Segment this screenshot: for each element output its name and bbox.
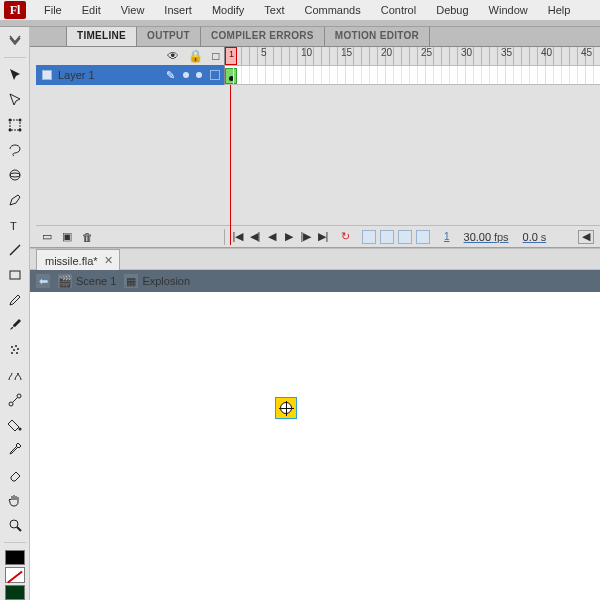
playhead-line [230, 85, 231, 245]
stroke-color-swatch[interactable] [5, 550, 25, 565]
panel-tab-motion-editor[interactable]: MOTION EDITOR [324, 27, 430, 46]
hand-tool[interactable] [3, 489, 27, 512]
lock-icon[interactable]: 🔒 [188, 49, 203, 63]
text-tool[interactable]: T [3, 213, 27, 236]
menu-edit[interactable]: Edit [72, 2, 111, 18]
back-arrow-button[interactable]: ⬅ [36, 274, 50, 288]
svg-point-4 [18, 128, 21, 131]
panel-tab-output[interactable]: OUTPUT [136, 27, 201, 46]
svg-point-15 [16, 352, 18, 354]
loop-button[interactable]: ↻ [338, 230, 352, 244]
free-transform-tool[interactable] [3, 113, 27, 136]
3d-rotation-tool[interactable] [3, 163, 27, 186]
zoom-tool[interactable] [3, 514, 27, 537]
paint-bucket-tool[interactable] [3, 414, 27, 437]
scroll-right-button[interactable]: ◀ [578, 230, 594, 244]
collapse-icon[interactable] [3, 29, 27, 52]
layer-outline-toggle[interactable] [210, 70, 220, 80]
eyedropper-tool[interactable] [3, 439, 27, 462]
current-frame-readout[interactable]: 1 [444, 231, 450, 242]
eraser-tool[interactable] [3, 464, 27, 487]
edit-scene-bar: ⬅ 🎬 Scene 1 ▦ Explosion [30, 270, 600, 292]
fill-color-swatch[interactable] [5, 585, 25, 600]
svg-point-20 [10, 520, 18, 528]
bone-tool[interactable] [3, 389, 27, 412]
deco-tool[interactable] [3, 364, 27, 387]
menu-control[interactable]: Control [371, 2, 426, 18]
lasso-tool[interactable] [3, 138, 27, 161]
document-tab[interactable]: missile.fla* ✕ [36, 249, 120, 270]
subselection-tool[interactable] [3, 88, 27, 111]
document-filename: missile.fla* [45, 255, 98, 267]
symbol-instance[interactable] [275, 397, 297, 419]
play-button[interactable]: ▶ [282, 230, 296, 244]
panel-tab-compiler-errors[interactable]: COMPILER ERRORS [200, 27, 325, 46]
svg-point-19 [18, 428, 21, 431]
delete-layer-button[interactable]: 🗑 [80, 230, 94, 244]
panel-tab-timeline[interactable]: TIMELINE [66, 27, 137, 46]
pencil-tool[interactable] [3, 289, 27, 312]
step-back-button[interactable]: ◀| [248, 230, 262, 244]
timeline-panel: 👁 🔒 □ 51015202530354045 1 Layer 1 [30, 47, 600, 248]
timeline-ruler[interactable]: 51015202530354045 1 [224, 47, 600, 65]
no-stroke-swatch[interactable] [5, 567, 25, 582]
new-layer-button[interactable]: ▭ [40, 230, 54, 244]
menu-text[interactable]: Text [254, 2, 294, 18]
menu-window[interactable]: Window [479, 2, 538, 18]
rectangle-tool[interactable] [3, 263, 27, 286]
panel-tab-bar: TIMELINEOUTPUTCOMPILER ERRORSMOTION EDIT… [30, 27, 600, 47]
menu-file[interactable]: File [34, 2, 72, 18]
svg-line-21 [17, 527, 21, 531]
menu-modify[interactable]: Modify [202, 2, 254, 18]
menu-view[interactable]: View [111, 2, 155, 18]
layer-lock-dot[interactable] [196, 72, 202, 78]
svg-rect-9 [10, 271, 20, 279]
document-tab-bar: missile.fla* ✕ [30, 248, 600, 270]
svg-point-5 [10, 170, 20, 180]
svg-point-6 [10, 173, 20, 177]
svg-point-10 [11, 346, 13, 348]
play-back-button[interactable]: ◀ [265, 230, 279, 244]
svg-point-13 [17, 348, 19, 350]
elapsed-readout[interactable]: 0.0 s [523, 231, 547, 243]
fps-readout[interactable]: 30.00 fps [464, 231, 509, 243]
svg-point-14 [11, 352, 13, 354]
breadcrumb-scene-label: Scene 1 [76, 275, 116, 287]
keyframe[interactable] [225, 68, 237, 84]
onion-skin-buttons[interactable] [362, 230, 430, 244]
playhead-marker[interactable]: 1 [225, 47, 237, 65]
frames-track[interactable] [224, 65, 600, 85]
svg-point-17 [17, 394, 21, 398]
svg-rect-0 [10, 120, 20, 130]
line-tool[interactable] [3, 238, 27, 261]
svg-point-11 [15, 345, 17, 347]
selection-tool[interactable] [3, 63, 27, 86]
menu-debug[interactable]: Debug [426, 2, 478, 18]
app-logo: Fl [4, 1, 26, 19]
menu-insert[interactable]: Insert [154, 2, 202, 18]
breadcrumb-scene[interactable]: 🎬 Scene 1 [58, 274, 116, 288]
registration-point-icon [280, 402, 292, 414]
layer-visible-dot[interactable] [183, 72, 189, 78]
visibility-icon[interactable]: 👁 [167, 49, 179, 63]
brush-tool[interactable] [3, 314, 27, 337]
menu-bar: Fl FileEditViewInsertModifyTextCommandsC… [0, 0, 600, 21]
breadcrumb-symbol[interactable]: ▦ Explosion [124, 274, 190, 288]
svg-point-16 [9, 402, 13, 406]
stage[interactable] [30, 292, 600, 600]
layer-name-cell[interactable]: Layer 1 [36, 65, 162, 85]
new-folder-button[interactable]: ▣ [60, 230, 74, 244]
layer-row[interactable]: Layer 1 ✎ [36, 65, 600, 85]
goto-last-button[interactable]: ▶| [316, 230, 330, 244]
tools-panel: T [0, 27, 30, 600]
goto-first-button[interactable]: |◀ [231, 230, 245, 244]
svg-text:T: T [10, 220, 17, 232]
step-fwd-button[interactable]: |▶ [299, 230, 313, 244]
close-tab-button[interactable]: ✕ [104, 254, 113, 267]
menu-help[interactable]: Help [538, 2, 581, 18]
spray-brush-tool[interactable] [3, 339, 27, 362]
svg-point-1 [8, 118, 11, 121]
outline-icon[interactable]: □ [212, 49, 219, 63]
pen-tool[interactable] [3, 188, 27, 211]
menu-commands[interactable]: Commands [294, 2, 370, 18]
